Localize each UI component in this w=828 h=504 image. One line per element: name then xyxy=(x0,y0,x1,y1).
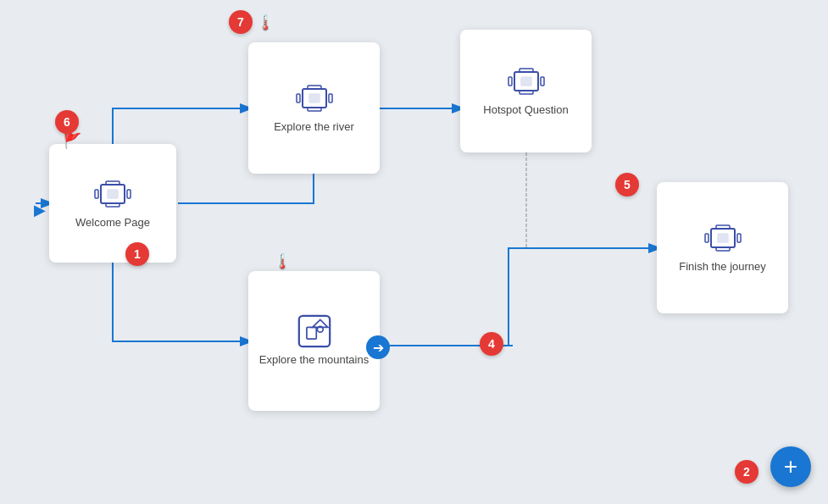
badge-7: 7 xyxy=(229,10,253,34)
svg-rect-14 xyxy=(309,94,320,102)
mountains-label: Explore the mountains xyxy=(259,353,369,368)
welcome-label: Welcome Page xyxy=(75,216,150,230)
svg-rect-20 xyxy=(521,77,531,86)
thermometer-icon-mountains: 🌡️ xyxy=(273,252,292,271)
svg-rect-17 xyxy=(520,91,533,94)
river-icon xyxy=(293,81,336,115)
badge-4: 4 xyxy=(480,332,503,356)
node-finish[interactable]: Finish the journey xyxy=(657,182,788,313)
svg-rect-30 xyxy=(718,234,728,242)
node-mountains[interactable]: Explore the mountains xyxy=(248,271,380,411)
start-arrow-indicator: ▶ xyxy=(34,201,46,219)
node-river[interactable]: Explore the river xyxy=(248,42,380,174)
svg-rect-26 xyxy=(716,225,730,229)
flag-icon: 🚩 xyxy=(63,131,81,150)
svg-rect-12 xyxy=(297,94,300,102)
svg-rect-5 xyxy=(106,203,119,207)
river-label: Explore the river xyxy=(274,120,354,135)
flow-canvas: ▶ Welcome Page Expl xyxy=(0,0,828,504)
finish-label: Finish the journey xyxy=(679,260,766,274)
svg-rect-6 xyxy=(95,190,98,198)
node-hotspot[interactable]: Hotspot Question xyxy=(460,30,592,152)
svg-rect-18 xyxy=(508,77,512,86)
mountains-icon xyxy=(293,314,336,348)
hotspot-icon xyxy=(505,64,547,98)
svg-rect-7 xyxy=(127,190,131,198)
svg-rect-8 xyxy=(108,190,118,198)
svg-rect-4 xyxy=(106,181,119,185)
add-button[interactable]: + xyxy=(770,446,811,487)
svg-rect-28 xyxy=(705,234,709,242)
svg-rect-10 xyxy=(308,86,321,89)
finish-icon xyxy=(702,221,744,255)
badge-1: 1 xyxy=(125,242,149,266)
svg-rect-21 xyxy=(298,316,329,346)
svg-rect-29 xyxy=(737,234,741,242)
thermometer-icon-river: 🌡️ xyxy=(256,14,275,32)
badge-5: 5 xyxy=(615,173,639,197)
svg-rect-27 xyxy=(716,247,730,251)
node-welcome[interactable]: Welcome Page xyxy=(49,144,176,263)
svg-rect-22 xyxy=(306,328,315,340)
svg-rect-13 xyxy=(329,94,332,102)
welcome-icon xyxy=(92,177,134,211)
badge-6: 6 xyxy=(55,110,79,134)
svg-rect-16 xyxy=(520,69,533,72)
svg-rect-19 xyxy=(541,77,544,86)
badge-3: ➔ xyxy=(366,335,390,359)
svg-rect-11 xyxy=(308,108,321,111)
hotspot-label: Hotspot Question xyxy=(483,103,568,118)
badge-2: 2 xyxy=(735,460,759,484)
